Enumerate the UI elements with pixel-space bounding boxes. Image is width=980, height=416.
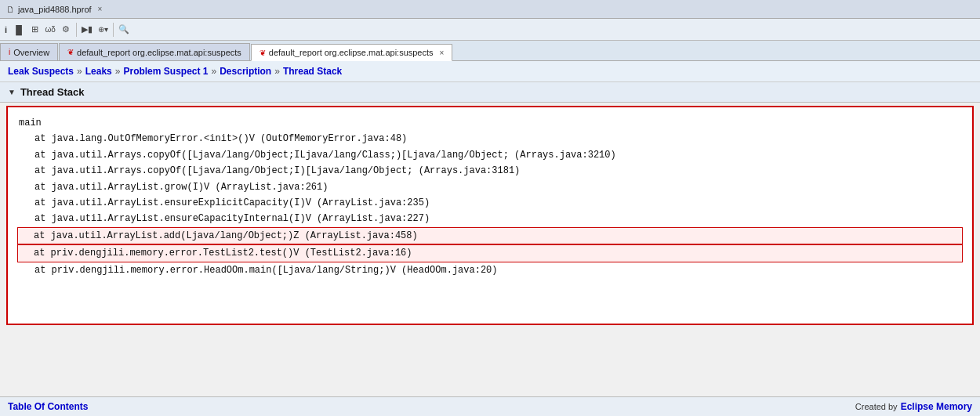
footer-eclipse-link[interactable]: Eclipse Memory: [901, 401, 972, 412]
tab-report1-icon: ❦: [67, 48, 74, 56]
stack-lines: at java.lang.OutOfMemoryError.<init>()V …: [19, 131, 961, 278]
section-collapse-arrow[interactable]: ▼: [8, 88, 16, 96]
footer-right: Created by Eclipse Memory: [855, 401, 972, 412]
breadcrumb-sep-3: »: [212, 66, 217, 77]
title-close-button[interactable]: ×: [98, 5, 103, 13]
toolbar-info-icon: i: [5, 25, 7, 34]
breadcrumb-problem-suspect[interactable]: Problem Suspect 1: [123, 66, 208, 77]
tab-report1[interactable]: ❦ default_report org.eclipse.mat.api:sus…: [59, 43, 250, 60]
toolbar-separator-1: [76, 23, 77, 37]
tab-report1-label: default_report org.eclipse.mat.api:suspe…: [77, 48, 241, 57]
toolbar-btn-gear[interactable]: ⚙: [59, 23, 73, 37]
breadcrumb-sep-2: »: [115, 66, 121, 77]
toolbar-btn-search[interactable]: 🔍: [117, 23, 131, 37]
stack-line-1: at java.util.Arrays.copyOf([Ljava/lang/O…: [19, 147, 961, 163]
stack-main-label: main: [19, 118, 42, 128]
thread-stack-content: main at java.lang.OutOfMemoryError.<init…: [6, 106, 974, 325]
title-bar: 🗋 java_pid4888.hprof ×: [0, 0, 980, 19]
footer-created-prefix: Created by: [855, 402, 898, 411]
breadcrumb-thread-stack[interactable]: Thread Stack: [283, 66, 342, 77]
breadcrumb-description[interactable]: Description: [220, 66, 271, 77]
tab-report2-icon: ❦: [260, 49, 266, 57]
section-title: Thread Stack: [20, 86, 85, 98]
stack-line-5: at java.util.ArrayList.ensureCapacityInt…: [19, 211, 961, 226]
breadcrumb-sep-1: »: [77, 66, 82, 77]
stack-line-4: at java.util.ArrayList.ensureExplicitCap…: [19, 195, 961, 211]
tab-overview[interactable]: i Overview: [0, 43, 58, 60]
breadcrumb: Leak Suspects » Leaks » Problem Suspect …: [0, 61, 980, 82]
tab-overview-icon: i: [9, 48, 10, 56]
tab-overview-label: Overview: [13, 48, 49, 57]
footer: Table Of Contents Created by Eclipse Mem…: [0, 396, 980, 416]
stack-line-7: at priv.dengjili.memory.error.TestList2.…: [17, 244, 963, 262]
stack-line-3: at java.util.ArrayList.grow(I)V (ArrayLi…: [19, 179, 961, 195]
footer-toc-link[interactable]: Table Of Contents: [8, 401, 88, 412]
tab-report2[interactable]: ❦ default_report org.eclipse.mat.api:sus…: [251, 44, 453, 61]
toolbar: i ▐▌ ⊞ ωδ ⚙ ▶▮ ⊕▾ 🔍: [0, 19, 980, 41]
tab-report2-close[interactable]: ×: [440, 49, 445, 57]
title-bar-text: 🗋 java_pid4888.hprof ×: [6, 5, 102, 14]
toolbar-btn-omega[interactable]: ωδ: [43, 23, 57, 37]
toolbar-btn-bars[interactable]: ▐▌: [12, 23, 26, 37]
breadcrumb-leaks[interactable]: Leaks: [85, 66, 112, 77]
section-header: ▼ Thread Stack: [0, 82, 980, 103]
stack-line-6: at java.util.ArrayList.add(Ljava/lang/Ob…: [17, 227, 963, 244]
file-name: java_pid4888.hprof: [18, 5, 92, 14]
toolbar-btn-dropdown[interactable]: ⊕▾: [96, 23, 110, 37]
breadcrumb-sep-4: »: [274, 66, 280, 77]
toolbar-btn-grid[interactable]: ⊞: [27, 23, 42, 37]
toolbar-btn-run[interactable]: ▶▮: [80, 23, 94, 37]
breadcrumb-leak-suspects[interactable]: Leak Suspects: [8, 66, 74, 77]
stack-line-0: at java.lang.OutOfMemoryError.<init>()V …: [19, 131, 961, 147]
stack-line-8: at priv.dengjili.memory.error.HeadOOm.ma…: [19, 262, 961, 278]
toolbar-separator-2: [113, 23, 114, 37]
tab-strip: i Overview ❦ default_report org.eclipse.…: [0, 41, 980, 61]
stack-line-2: at java.util.Arrays.copyOf([Ljava/lang/O…: [19, 163, 961, 179]
tab-report2-label: default_report org.eclipse.mat.api:suspe…: [269, 48, 434, 57]
